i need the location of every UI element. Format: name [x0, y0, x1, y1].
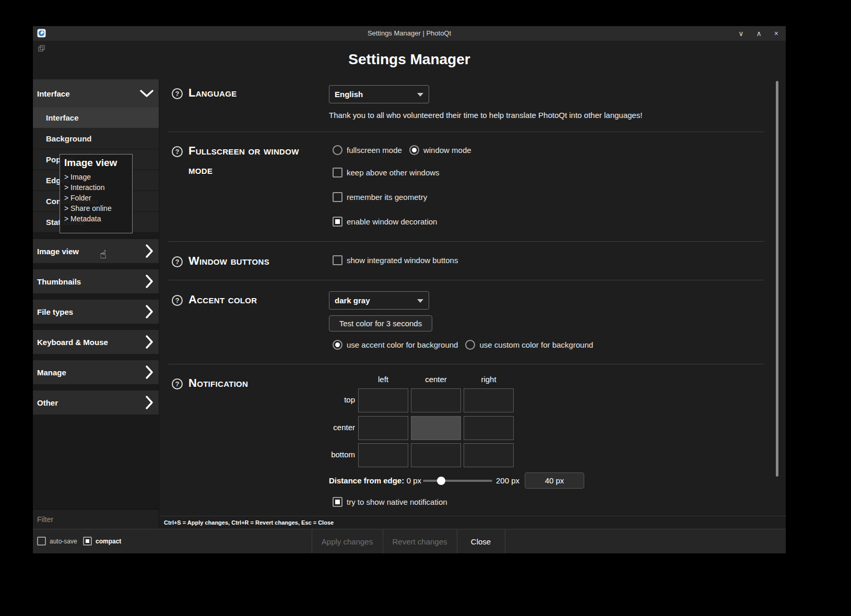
- section-divider: [168, 241, 764, 242]
- grid-col-label-center: center: [411, 375, 461, 384]
- checkbox-auto-save[interactable]: auto-save: [37, 537, 77, 546]
- test-color-button[interactable]: Test color for 3 seconds: [329, 315, 432, 331]
- checkbox-icon: [37, 537, 46, 546]
- notification-grid-cell[interactable]: [411, 416, 461, 440]
- section-divider: [168, 364, 764, 364]
- bottom-bar: auto-save compact Apply changes Revert c…: [33, 529, 786, 553]
- sidebar-group-thumbnails[interactable]: Thumbnails: [33, 269, 159, 293]
- section-divider: [168, 132, 764, 132]
- chevron-right-icon: [146, 305, 153, 318]
- sidebar-group-label: Manage: [37, 368, 66, 377]
- sidebar-group-other[interactable]: Other: [33, 390, 159, 414]
- checkbox-window-decoration[interactable]: enable window decoration: [333, 216, 437, 227]
- tooltip-item: > Image: [64, 172, 128, 182]
- grid-row-label-bottom: bottom: [306, 450, 355, 459]
- chevron-right-icon: [146, 335, 153, 349]
- section-title-mode: Fullscreen or window mode: [188, 141, 324, 180]
- mode-radio-group: fullscreen mode window mode: [333, 144, 471, 156]
- language-note: Thank you to all who volunteered their t…: [329, 111, 642, 120]
- notification-grid-cell[interactable]: [358, 443, 408, 467]
- radio-accent-background[interactable]: use accent color for background: [333, 339, 458, 350]
- notification-grid-cell[interactable]: [358, 388, 408, 412]
- window-title: Settings Manager | PhotoQt: [33, 29, 786, 37]
- background-color-radio-group: use accent color for background use cust…: [333, 339, 593, 350]
- notification-grid-cell[interactable]: [358, 416, 408, 440]
- radio-icon: [465, 340, 475, 350]
- notification-grid-cell[interactable]: [464, 443, 514, 467]
- notification-grid-cell[interactable]: [464, 388, 514, 412]
- sidebar-group-manage[interactable]: Manage: [33, 360, 159, 384]
- checkbox-icon: [333, 192, 342, 202]
- content-scrollbar[interactable]: [776, 81, 778, 477]
- sidebar-item-interface[interactable]: Interface: [33, 108, 159, 128]
- sidebar-group-label: Interface: [37, 89, 70, 98]
- radio-icon: [333, 145, 342, 155]
- chevron-right-icon: [146, 275, 153, 288]
- tooltip-item: > Metadata: [64, 214, 128, 224]
- checkbox-icon: [333, 497, 342, 507]
- accent-color-dropdown[interactable]: dark gray: [329, 291, 429, 310]
- radio-icon: [333, 340, 342, 350]
- sidebar-item-label: Background: [46, 134, 92, 143]
- notification-grid-cell[interactable]: [411, 443, 461, 467]
- tooltip-item: > Share online: [64, 203, 128, 214]
- checkbox-label: enable window decoration: [347, 217, 437, 226]
- radio-window-mode[interactable]: window mode: [409, 144, 471, 156]
- checkbox-keep-above[interactable]: keep above other windows: [333, 167, 440, 178]
- titlebar: Settings Manager | PhotoQt ∨ ∧ ×: [33, 26, 786, 41]
- sidebar-group-interface[interactable]: Interface: [33, 79, 159, 108]
- radio-label: use accent color for background: [347, 340, 458, 349]
- filter-input[interactable]: Filter: [33, 509, 159, 529]
- minimize-icon[interactable]: ∨: [738, 29, 743, 38]
- radio-label: use custom color for background: [479, 340, 593, 349]
- help-icon[interactable]: ?: [172, 378, 183, 389]
- notification-grid-cell[interactable]: [464, 416, 514, 440]
- maximize-icon[interactable]: ∧: [757, 29, 762, 38]
- help-icon[interactable]: ?: [172, 88, 183, 99]
- sidebar-group-file-types[interactable]: File types: [33, 300, 159, 324]
- checkbox-icon: [83, 537, 92, 546]
- distance-slider[interactable]: [423, 480, 492, 482]
- checkbox-native-notification[interactable]: try to show native notification: [333, 496, 447, 507]
- chevron-right-icon: [146, 396, 153, 409]
- language-dropdown[interactable]: English: [329, 85, 429, 103]
- grid-col-label-left: left: [358, 375, 408, 384]
- checkbox-compact[interactable]: compact: [83, 537, 121, 546]
- revert-changes-button[interactable]: Revert changes: [383, 529, 457, 553]
- sidebar-group-label: Keyboard & Mouse: [37, 338, 108, 347]
- notification-grid-cell[interactable]: [411, 388, 461, 412]
- grid-row-label-center: center: [306, 423, 355, 432]
- test-color-label: Test color for 3 seconds: [339, 319, 422, 328]
- tooltip-item: > Interaction: [64, 182, 128, 193]
- checkbox-label: try to show native notification: [347, 497, 447, 506]
- shortcut-hints: Ctrl+S = Apply changes, Ctrl+R = Revert …: [159, 516, 786, 529]
- help-icon[interactable]: ?: [172, 146, 183, 157]
- tooltip-title: Image view: [64, 157, 128, 169]
- distance-value-box[interactable]: 40 px: [525, 472, 584, 489]
- section-divider: [168, 280, 764, 280]
- revert-changes-label: Revert changes: [392, 537, 447, 546]
- checkbox-label: auto-save: [50, 538, 77, 545]
- radio-fullscreen-mode[interactable]: fullscreen mode: [333, 144, 402, 156]
- language-dropdown-value: English: [335, 90, 363, 99]
- apply-changes-button[interactable]: Apply changes: [312, 529, 383, 553]
- checkbox-integrated-buttons[interactable]: show integrated window buttons: [333, 254, 458, 266]
- sidebar-group-image-view[interactable]: Image view: [33, 239, 159, 263]
- sidebar-group-label: Other: [37, 398, 58, 407]
- distance-slider-handle[interactable]: [437, 477, 445, 485]
- accent-color-value: dark gray: [335, 296, 370, 305]
- radio-custom-background[interactable]: use custom color for background: [465, 339, 593, 350]
- checkbox-icon: [333, 255, 342, 265]
- help-icon[interactable]: ?: [172, 295, 183, 306]
- close-icon[interactable]: ×: [774, 29, 778, 38]
- sidebar: Interface Interface Background Popout Ed…: [33, 79, 159, 529]
- section-title-window-buttons: Window buttons: [188, 251, 324, 270]
- hand-cursor-icon: ☝: [100, 248, 107, 261]
- close-button[interactable]: Close: [457, 529, 505, 553]
- section-title-language: Language: [188, 83, 324, 102]
- sidebar-item-background[interactable]: Background: [33, 128, 159, 149]
- checkbox-remember-geometry[interactable]: remember its geometry: [333, 191, 427, 203]
- help-icon[interactable]: ?: [172, 256, 183, 267]
- sidebar-group-keyboard-mouse[interactable]: Keyboard & Mouse: [33, 330, 159, 354]
- distance-max: 200 px: [496, 476, 519, 485]
